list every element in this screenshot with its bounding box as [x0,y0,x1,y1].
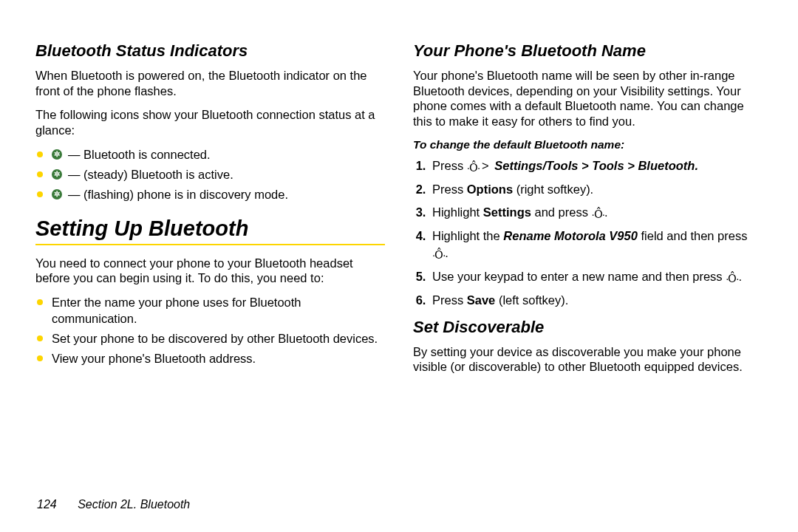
icon-desc: — (flashing) phone is in discovery mode. [68,187,288,202]
setup-item-text: View your phone's Bluetooth address. [52,351,256,366]
bullet-icon [37,299,43,305]
bullet-icon [37,355,43,361]
nav-key-icon: ∙О̂∙ [432,247,445,262]
step-text: field and then press [638,229,748,242]
step-2: Press Options (right softkey). [429,181,763,198]
heading-status-indicators: Bluetooth Status Indicators [35,41,385,61]
step-1: Press ∙О̂∙> Settings/Tools > Tools > Blu… [429,157,763,175]
icon-desc: — (steady) Bluetooth is active. [68,167,233,183]
key-label: Settings [483,205,531,219]
page-number: 124 [37,498,57,511]
step-6: Press Save (left softkey). [429,292,763,309]
step-text: Highlight the [432,229,503,242]
heading-set-discoverable: Set Discoverable [413,318,763,337]
para-name-intro: Your phone's Bluetooth name will be seen… [413,68,763,129]
list-item: View your phone's Bluetooth address. [35,351,385,366]
heading-setting-up-bluetooth: Setting Up Bluetooth [35,216,385,241]
step-text: Press [432,159,467,172]
heading-phone-bluetooth-name: Your Phone's Bluetooth Name [413,41,763,61]
step-text: (right softkey). [513,183,593,196]
step-text: Use your keypad to enter a new name and … [432,270,726,283]
field-label: Rename Motorola V950 [503,229,638,242]
step-text: Press [432,293,467,307]
para-discoverable: By setting your device as discoverable y… [413,344,763,375]
step-5: Use your keypad to enter a new name and … [429,268,763,286]
nav-key-icon: ∙О̂∙ [726,270,738,286]
step-4: Highlight the Rename Motorola V950 field… [429,228,763,262]
bullet-icon [37,151,43,157]
heading-rule [35,244,385,245]
bullet-icon [37,171,43,177]
bluetooth-icon: ✲ [52,149,62,160]
chevron-right-icon: > [482,157,489,174]
nav-key-icon: ∙О̂∙ [467,160,480,175]
setup-item-text: Set your phone to be discovered by other… [52,331,378,347]
bullet-icon [37,191,43,197]
icon-desc: — Bluetooth is connected. [68,147,211,163]
nav-key-icon: ∙О̂∙ [592,206,604,222]
bullet-icon [37,335,43,341]
left-column: Bluetooth Status Indicators When Bluetoo… [35,37,385,488]
key-label: Save [467,293,496,307]
lead-change-name: To change the default Bluetooth name: [413,138,763,151]
para-status-1: When Bluetooth is powered on, the Blueto… [35,68,385,98]
setup-list: Enter the name your phone uses for Bluet… [35,295,385,367]
section-label: Section 2L. Bluetooth [78,498,190,511]
list-item: ✲ — Bluetooth is connected. [35,147,385,163]
icon-status-list: ✲ — Bluetooth is connected. ✲ — (steady)… [35,147,385,203]
page-footer: 124 Section 2L. Bluetooth [37,498,190,511]
bluetooth-icon: ✲ [52,169,62,180]
step-text: (left softkey). [495,293,568,307]
step-text: Press [432,183,467,196]
list-item: ✲ — (flashing) phone is in discovery mod… [35,187,385,202]
para-setup-intro: You need to connect your phone to your B… [35,256,385,286]
para-status-2: The following icons show your Bluetooth … [35,107,385,137]
list-item: Enter the name your phone uses for Bluet… [35,295,385,327]
setup-item-text: Enter the name your phone uses for Bluet… [52,295,385,327]
step-text: Highlight [432,205,483,219]
key-label: Options [467,183,513,196]
bluetooth-icon: ✲ [52,189,62,200]
step-3: Highlight Settings and press ∙О̂∙. [429,204,763,222]
change-name-steps: Press ∙О̂∙> Settings/Tools > Tools > Blu… [413,157,763,309]
step-text: and press [531,205,592,219]
menu-path: Settings/Tools > Tools > Bluetooth. [494,159,698,172]
list-item: ✲ — (steady) Bluetooth is active. [35,167,385,183]
right-column: Your Phone's Bluetooth Name Your phone's… [413,37,763,488]
list-item: Set your phone to be discovered by other… [35,331,385,347]
